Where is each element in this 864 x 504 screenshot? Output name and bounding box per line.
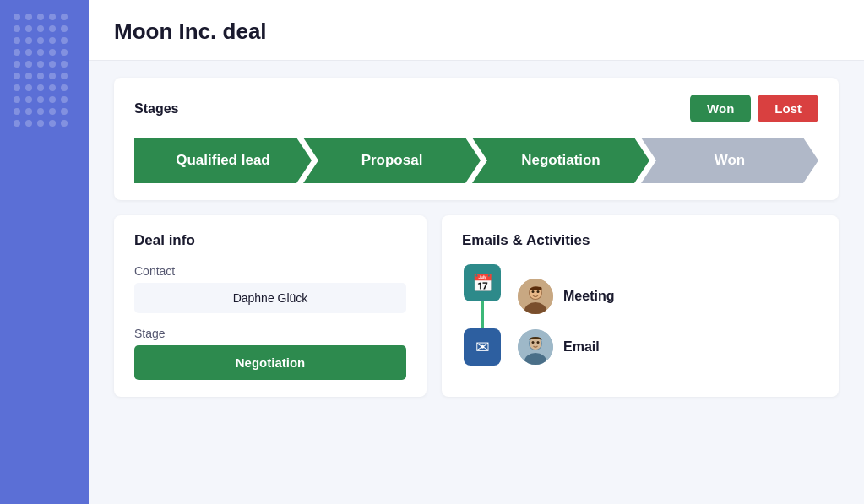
contact-label: Contact <box>134 264 406 278</box>
stage-won[interactable]: Won <box>641 138 818 183</box>
stages-actions: Won Lost <box>690 95 818 122</box>
stage-proposal[interactable]: Proposal <box>303 138 481 183</box>
avatar-meeting <box>518 279 553 314</box>
deal-info-card: Deal info Contact Daphne Glück Stage Neg… <box>114 215 427 397</box>
lost-button[interactable]: Lost <box>758 95 818 122</box>
stage-negotiation[interactable]: Negotiation <box>472 138 649 183</box>
won-button[interactable]: Won <box>690 95 751 122</box>
avatar-female-svg <box>518 279 553 314</box>
deal-info-title: Deal info <box>134 232 406 249</box>
svg-point-10 <box>532 341 535 344</box>
meeting-label: Meeting <box>563 289 614 304</box>
calendar-icon: 📅 <box>472 273 493 293</box>
svg-point-4 <box>532 290 535 293</box>
activities-list: 📅 <box>462 264 818 366</box>
bottom-panels: Deal info Contact Daphne Glück Stage Neg… <box>114 215 839 397</box>
stages-title: Stages <box>134 101 178 117</box>
stage-qualified-lead[interactable]: Qualified lead <box>134 138 312 183</box>
avatar-email <box>518 329 553 365</box>
activity-row-email: ✉ <box>462 328 818 366</box>
pipeline: Qualified lead Proposal Negotiation Won <box>134 138 818 183</box>
email-icon-box: ✉ <box>464 328 501 366</box>
main-content: Moon Inc. deal Stages Won Lost Qualified… <box>89 0 864 504</box>
activity-icon-col-meeting: 📅 <box>462 264 503 328</box>
envelope-icon: ✉ <box>475 337 490 357</box>
stages-card: Stages Won Lost Qualified lead Proposal … <box>114 78 839 200</box>
page-title: Moon Inc. deal <box>114 19 839 45</box>
activity-row-meeting: 📅 <box>462 264 818 328</box>
page-header: Moon Inc. deal <box>89 0 864 61</box>
contact-value: Daphne Glück <box>134 283 406 313</box>
email-label: Email <box>563 339 600 355</box>
activity-icon-col-email: ✉ <box>462 328 503 366</box>
meeting-icon-box: 📅 <box>464 264 501 301</box>
sidebar <box>0 0 89 504</box>
svg-point-9 <box>530 338 541 350</box>
svg-point-11 <box>537 341 540 344</box>
sidebar-decoration <box>0 0 89 140</box>
avatar-male-svg <box>518 329 553 365</box>
activity-content-email: Email <box>503 329 818 365</box>
activity-content-meeting: Meeting <box>503 279 818 314</box>
svg-point-5 <box>537 290 540 293</box>
stages-header: Stages Won Lost <box>134 95 818 122</box>
timeline-line-1 <box>481 301 484 328</box>
activities-card: Emails & Activities 📅 <box>442 215 839 397</box>
stage-label: Stage <box>134 327 406 340</box>
content-area: Stages Won Lost Qualified lead Proposal … <box>89 61 864 414</box>
activities-title: Emails & Activities <box>462 232 818 249</box>
stage-value-button[interactable]: Negotiation <box>134 345 406 380</box>
